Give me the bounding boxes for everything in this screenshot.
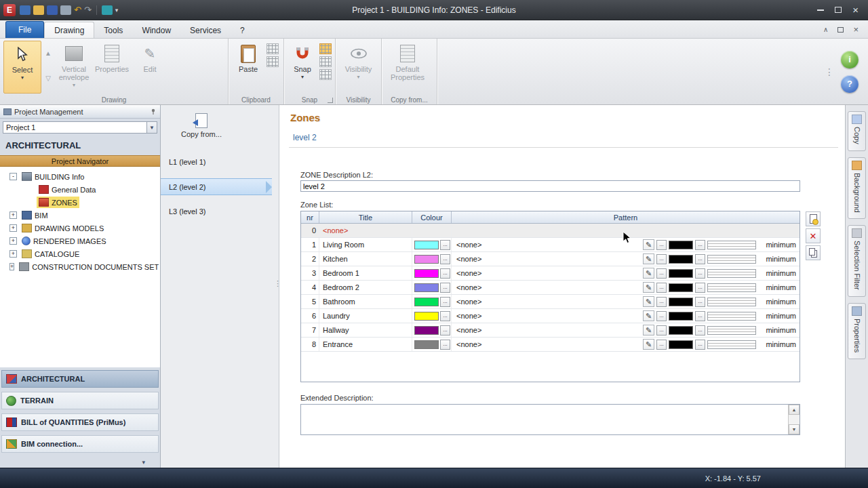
pattern-density-preview[interactable] [707, 255, 756, 264]
level-item-l2-level-2[interactable]: L2 (level 2) [161, 178, 272, 195]
collapse-expander-icon[interactable]: - [9, 173, 17, 180]
ribbon-overflow-dots-icon[interactable]: ⋮ [825, 66, 834, 77]
pattern-density-preview[interactable] [707, 283, 756, 292]
pattern-colour-swatch[interactable] [669, 298, 693, 306]
nav-terrain[interactable]: TERRAIN [1, 392, 159, 409]
tree-item-building-info[interactable]: -BUILDING Info [0, 170, 160, 183]
zone-colour-swatch[interactable] [414, 241, 439, 249]
chevron-down-icon[interactable]: ▼ [146, 122, 157, 133]
zone-colour-picker-button[interactable]: ... [440, 297, 450, 307]
project-navigator-bar[interactable]: Project Navigator [0, 155, 160, 167]
zone-row[interactable]: 7Hallway...<none>✎......minimum [301, 323, 800, 338]
pattern-picker-button[interactable]: ... [656, 240, 667, 250]
zone-colour-picker-button[interactable]: ... [440, 325, 450, 336]
pattern-colour-picker-button[interactable]: ... [695, 268, 705, 279]
pattern-colour-picker-button[interactable]: ... [695, 283, 705, 293]
pattern-edit-button[interactable]: ✎ [643, 282, 654, 293]
snap-button[interactable]: Snap ▾ [288, 41, 317, 94]
pattern-colour-swatch[interactable] [669, 269, 693, 278]
snap-points-icon[interactable] [319, 69, 332, 80]
pattern-picker-button[interactable]: ... [656, 283, 667, 293]
zone-row[interactable]: 1Living Room...<none>✎......minimum [301, 238, 800, 252]
pattern-density-preview[interactable] [707, 340, 756, 349]
pattern-density-preview[interactable] [707, 269, 756, 278]
zone-colour-picker-button[interactable]: ... [440, 311, 450, 321]
zone-colour-swatch[interactable] [414, 312, 439, 321]
close-document-icon[interactable]: × [853, 24, 859, 35]
pattern-colour-swatch[interactable] [669, 255, 693, 264]
undo-icon[interactable]: ↶ [74, 5, 81, 15]
close-button[interactable]: × [852, 5, 859, 15]
pin-icon[interactable] [150, 108, 157, 115]
copy-from-button[interactable]: Copy from... [170, 113, 233, 138]
tab-tools[interactable]: Tools [94, 22, 132, 38]
zone-description-input[interactable] [300, 180, 800, 192]
print-icon[interactable] [60, 5, 71, 15]
zone-colour-swatch[interactable] [414, 340, 439, 349]
redo-icon[interactable]: ↷ [84, 5, 92, 15]
snap-grid-active-icon[interactable] [319, 43, 332, 54]
edit-button[interactable]: ✎ Edit [131, 41, 169, 94]
pattern-density-preview[interactable] [707, 298, 756, 306]
tree-item-bim[interactable]: +BIM [0, 209, 160, 222]
pattern-edit-button[interactable]: ✎ [643, 239, 654, 250]
pattern-edit-button[interactable]: ✎ [643, 268, 654, 279]
zone-row[interactable]: 3Bedroom 1...<none>✎......minimum [301, 266, 800, 281]
pattern-picker-button[interactable]: ... [656, 254, 667, 264]
support-button[interactable]: i [841, 51, 859, 68]
collapse-ribbon-icon[interactable]: ∧ [823, 26, 828, 33]
expand-expander-icon[interactable]: + [9, 224, 17, 232]
tab-file[interactable]: File [5, 21, 44, 38]
tree-item-zones[interactable]: ZONES [0, 196, 160, 209]
scrollbar[interactable]: ▲ ▼ [788, 405, 800, 434]
arrow-down-icon[interactable]: ▽ [45, 75, 51, 82]
tree-item-general-data[interactable]: General Data [0, 183, 160, 196]
pattern-picker-button[interactable]: ... [656, 297, 667, 307]
snap-grid-icon[interactable] [319, 56, 332, 67]
pattern-density-preview[interactable] [707, 241, 756, 249]
zone-colour-swatch[interactable] [414, 326, 439, 335]
duplicate-zone-button[interactable] [806, 245, 821, 260]
zone-row[interactable]: 4Bedroom 2...<none>✎......minimum [301, 281, 800, 295]
side-tab-selection-filter[interactable]: Selection Filter [848, 225, 866, 297]
add-zone-button[interactable] [806, 211, 821, 226]
zone-colour-picker-button[interactable]: ... [440, 283, 450, 293]
collapse-panel-caret-icon[interactable]: ▾ [142, 459, 145, 466]
header-colour[interactable]: Colour [412, 211, 452, 223]
pattern-colour-swatch[interactable] [669, 241, 693, 249]
pattern-picker-button[interactable]: ... [656, 311, 667, 321]
vertical-envelope-button[interactable]: Vertical envelope ▾ [55, 41, 93, 94]
zone-row[interactable]: 5Bathroom...<none>✎......minimum [301, 295, 800, 309]
pattern-colour-picker-button[interactable]: ... [695, 297, 705, 307]
tab-window[interactable]: Window [132, 22, 180, 38]
level-item-l3-level-3[interactable]: L3 (level 3) [161, 204, 272, 219]
zone-row[interactable]: 0<none> [301, 224, 800, 238]
arrow-up-icon[interactable]: ▲ [45, 49, 52, 57]
side-tab-background[interactable]: Background [848, 157, 866, 220]
app-icon[interactable]: E [3, 4, 16, 16]
side-tab-properties[interactable]: Properties [848, 303, 866, 359]
visibility-button[interactable]: Visibility ▾ [339, 41, 378, 94]
tab-help[interactable]: ? [231, 22, 254, 38]
delete-zone-button[interactable]: ✕ [806, 228, 821, 243]
pattern-picker-button[interactable]: ... [656, 325, 667, 336]
nav-architectural[interactable]: ARCHITECTURAL [1, 370, 159, 388]
zone-row[interactable]: 6Laundry...<none>✎......minimum [301, 309, 800, 323]
expand-expander-icon[interactable]: + [9, 211, 17, 219]
tree-item-catalogue[interactable]: +CATALOGUE [0, 247, 160, 260]
zone-colour-swatch[interactable] [414, 283, 439, 292]
extended-description-input[interactable] [301, 405, 788, 434]
scroll-down-icon[interactable]: ▼ [789, 424, 800, 434]
scroll-up-icon[interactable]: ▲ [789, 405, 800, 415]
minimize-button[interactable] [817, 9, 824, 11]
tree-item-construction-documents-set[interactable]: +CONSTRUCTION DOCUMENTS SET [0, 260, 160, 273]
help-button[interactable]: ? [841, 75, 859, 93]
pattern-colour-swatch[interactable] [669, 326, 693, 335]
zone-row[interactable]: 2Kitchen...<none>✎......minimum [301, 252, 800, 266]
pattern-density-preview[interactable] [707, 312, 756, 321]
pattern-colour-swatch[interactable] [669, 340, 693, 349]
nav-bill-of-quantities-primus[interactable]: BILL of QUANTITIES (PriMus) [1, 413, 159, 431]
save-icon[interactable] [47, 5, 58, 15]
pattern-picker-button[interactable]: ... [656, 340, 667, 350]
customize-toolbar-caret-icon[interactable]: ▾ [115, 7, 119, 14]
